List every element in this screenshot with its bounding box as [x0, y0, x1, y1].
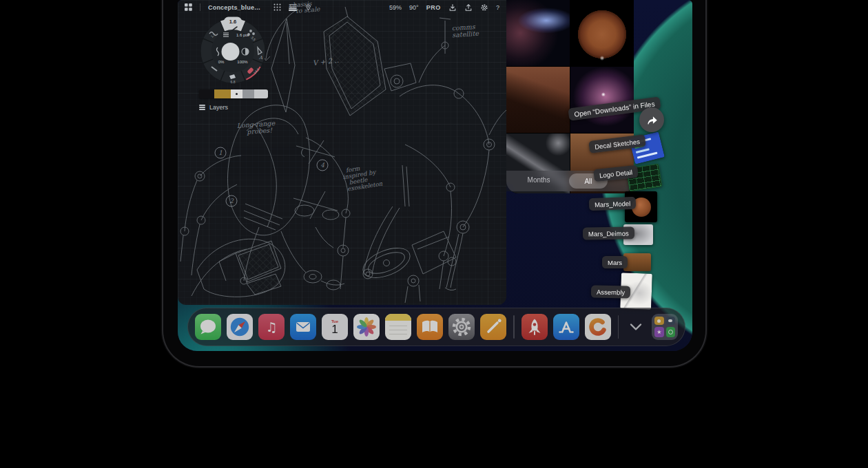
color-swatch[interactable] — [222, 43, 240, 61]
dock-app-music[interactable]: ♫ — [258, 314, 285, 340]
photo-orion-nebula[interactable] — [570, 67, 634, 133]
music-note-icon: ♫ — [265, 321, 277, 334]
toolbar-divider — [200, 3, 200, 11]
concepts-c-icon — [585, 314, 611, 340]
active-tool-size: 1.6 — [229, 19, 236, 25]
dock-app-appstore[interactable] — [553, 314, 579, 340]
pro-badge[interactable]: PRO — [426, 4, 441, 11]
dock-app-messages[interactable] — [195, 314, 221, 340]
dock-collapse-button[interactable] — [626, 314, 646, 340]
photos-flower-icon — [353, 314, 380, 340]
svg-text:100%: 100% — [237, 60, 248, 64]
ipad-device: 1 2 4 chassis to scale comms satellite V… — [163, 0, 705, 366]
svg-text:A: A — [258, 55, 263, 61]
app-library-star-icon: ★ — [654, 327, 664, 337]
open-book-icon — [417, 314, 443, 340]
ipad-screen: 1 2 4 chassis to scale comms satellite V… — [178, 0, 692, 351]
settings-gear-icon — [448, 314, 475, 340]
annotation-comms-satellite: comms satellite — [451, 23, 479, 39]
export-icon[interactable] — [464, 3, 473, 12]
mail-envelope-icon — [290, 314, 316, 340]
active-tool-label: 1.6 pts — [236, 33, 249, 37]
appstore-a-icon — [553, 314, 579, 340]
svg-text:6.8: 6.8 — [231, 80, 236, 84]
photos-app-window: Months All — [506, 0, 634, 193]
layers-icon — [199, 105, 205, 109]
drag-item-mars[interactable]: Mars — [602, 256, 628, 268]
dock-app-calendar[interactable]: Tue 1 — [322, 314, 348, 340]
forward-arrow-icon — [645, 114, 659, 127]
help-button[interactable]: ? — [496, 4, 499, 11]
dock-app-sketch[interactable] — [480, 314, 506, 340]
dock-app-library[interactable]: ★ — [652, 314, 678, 340]
segment-months[interactable]: Months — [521, 176, 556, 184]
import-icon[interactable] — [448, 3, 457, 12]
safari-compass-icon — [227, 314, 253, 340]
pen-nib-icon[interactable] — [304, 3, 312, 11]
dock-app-safari[interactable] — [227, 314, 253, 340]
sketch-markers: 1 2 4 — [215, 147, 328, 206]
concepts-app-window: 1 2 4 chassis to scale comms satellite V… — [178, 0, 506, 305]
dock-app-rocket[interactable] — [521, 314, 548, 340]
chevron-down-icon — [629, 323, 643, 331]
dock-app-concepts[interactable] — [585, 314, 611, 340]
svg-text:0%: 0% — [218, 60, 225, 64]
layers-button[interactable]: Layers — [199, 104, 228, 111]
dock-app-mail[interactable] — [290, 314, 316, 340]
messages-bubble-icon — [195, 314, 221, 340]
svg-text:2: 2 — [229, 198, 234, 204]
settings-gear-icon[interactable] — [480, 3, 488, 12]
drag-item-mars-deimos[interactable]: Mars_Deimos — [583, 226, 634, 240]
recent-colors-strip[interactable] — [199, 89, 268, 98]
photo-mars-globe[interactable] — [570, 0, 634, 66]
document-title[interactable]: Concepts_blue… — [208, 4, 260, 11]
photo-grid — [506, 0, 634, 193]
layers-label: Layers — [209, 104, 228, 111]
pen-icon — [480, 314, 506, 340]
photo-horsehead-nebula[interactable] — [506, 0, 570, 66]
rocket-icon — [521, 314, 548, 340]
color-swatch-selected[interactable] — [231, 89, 242, 98]
color-swatch-gray[interactable] — [242, 89, 254, 98]
tool-wheel[interactable]: 1.6 1.5 3.5 14.5 — [198, 17, 267, 85]
color-swatch-black[interactable] — [199, 89, 214, 98]
svg-text:1: 1 — [218, 149, 223, 156]
selected-color-dot — [236, 93, 238, 95]
line-weights-icon[interactable] — [289, 3, 297, 11]
dock-app-settings[interactable] — [448, 314, 475, 340]
apps-grid-icon[interactable] — [185, 3, 192, 11]
color-swatch-gold[interactable] — [214, 89, 231, 98]
rotation-value[interactable]: 90° — [409, 4, 419, 11]
concepts-toolbar: Concepts_blue… — [178, 0, 506, 14]
app-library-clock-icon — [666, 327, 676, 337]
dock: ♫ Tue 1 — [187, 308, 685, 346]
drag-item-assembly[interactable]: Assembly — [591, 286, 630, 299]
snap-grid-icon[interactable] — [273, 3, 281, 11]
dock-divider — [618, 315, 619, 339]
dock-app-photos[interactable] — [353, 314, 380, 340]
calendar-day: 1 — [331, 324, 338, 334]
dock-app-books[interactable] — [417, 314, 443, 340]
dock-app-notes[interactable] — [385, 314, 411, 340]
drag-item-mars-model[interactable]: Mars_Model — [589, 197, 637, 211]
app-library-tips-icon — [654, 317, 664, 325]
annotation-long-range-probes: Long-range probes! — [236, 120, 276, 136]
dock-divider — [513, 315, 515, 339]
zoom-level[interactable]: 59% — [389, 4, 402, 11]
color-swatch-lightgray[interactable] — [254, 89, 268, 98]
share-forward-button[interactable] — [639, 107, 664, 132]
photo-mars-hills[interactable] — [506, 67, 570, 133]
app-library-camera-icon — [666, 317, 676, 325]
svg-text:4: 4 — [320, 162, 324, 169]
